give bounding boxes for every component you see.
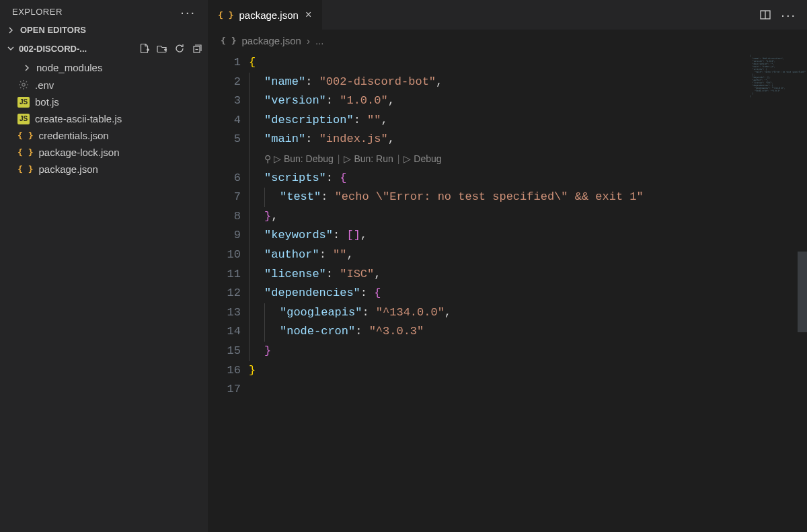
code-line[interactable]: "dependencies": { <box>249 284 746 303</box>
new-folder-icon[interactable] <box>155 42 169 55</box>
minimap-content: { "name": "002-discord-bot", "version": … <box>750 54 804 98</box>
json-file-icon: { } <box>17 130 33 141</box>
code-line[interactable]: "main": "index.js", <box>249 130 746 149</box>
code-line[interactable]: } <box>249 342 746 361</box>
json-file-icon: { } <box>17 164 33 174</box>
file-tree-item-label: credentials.json <box>38 130 108 141</box>
play-icon: ▷ <box>274 149 284 169</box>
breadcrumb-file: package.json <box>241 35 301 46</box>
line-number: 14 <box>208 322 241 342</box>
line-number: 10 <box>208 245 241 265</box>
file-tree-item[interactable]: { }package-lock.json <box>0 144 208 161</box>
line-number: 12 <box>208 284 241 303</box>
file-tree-item-label: bot.js <box>35 96 59 108</box>
js-file-icon: JS <box>17 97 30 108</box>
chevron-right-icon <box>23 64 31 72</box>
tab-label: package.json <box>239 9 298 21</box>
file-tree-item[interactable]: JScreate-ascii-table.js <box>0 110 208 127</box>
json-icon: { } <box>218 10 233 20</box>
editor-area: { } package.json × ··· { } package.json … <box>208 0 807 532</box>
file-tree-item-label: .env <box>35 79 54 91</box>
chevron-right-icon <box>7 26 16 34</box>
new-file-icon[interactable] <box>138 42 151 55</box>
code-line[interactable]: "author": "", <box>249 245 746 265</box>
code-line[interactable]: "node-cron": "^3.0.3" <box>249 322 746 342</box>
code-line[interactable]: "test": "echo \"Error: no test specified… <box>249 188 746 207</box>
open-editors-section[interactable]: OPEN EDITORS <box>0 21 208 39</box>
file-tree-item-label: create-ascii-table.js <box>35 113 122 124</box>
tab-bar: { } package.json × ··· <box>208 0 807 30</box>
code-line[interactable]: "googleapis": "^134.0.0", <box>249 303 746 323</box>
code-editor[interactable]: 1234567891011121314151617 {"name": "002-… <box>208 50 807 532</box>
file-tree-item[interactable]: { }package.json <box>0 161 208 178</box>
code-line[interactable]: }, <box>249 207 746 227</box>
code-line[interactable]: } <box>249 361 746 381</box>
line-number: 13 <box>208 303 241 323</box>
editor-more-icon[interactable]: ··· <box>781 11 796 18</box>
line-number: 11 <box>208 265 241 284</box>
collapse-all-icon[interactable] <box>190 42 204 55</box>
code-line[interactable]: { <box>249 53 746 73</box>
code-line[interactable]: "keywords": [], <box>249 226 746 245</box>
codelens-pin-icon[interactable]: ⚲ <box>264 149 271 169</box>
file-tree-item[interactable]: .env <box>0 76 208 93</box>
file-tree-item-label: node_modules <box>36 62 102 73</box>
line-number: 1 <box>208 53 241 73</box>
file-tree: node_modules.envJSbot.jsJScreate-ascii-t… <box>0 58 208 180</box>
code-line[interactable]: "version": "1.0.0", <box>249 91 746 111</box>
vertical-scrollbar[interactable] <box>798 30 807 532</box>
code-line[interactable]: "scripts": { <box>249 169 746 188</box>
codelens[interactable]: ⚲▷ Bun: Debug|▷ Bun: Run|▷ Debug <box>249 149 746 169</box>
file-tree-item[interactable]: node_modules <box>0 59 208 76</box>
code-line[interactable]: "name": "002-discord-bot", <box>249 73 746 92</box>
explorer-sidebar: EXPLORER ··· OPEN EDITORS 002-DISCORD-..… <box>0 0 208 532</box>
explorer-title: EXPLORER <box>12 7 63 17</box>
line-number: 3 <box>208 91 241 111</box>
close-tab-icon[interactable]: × <box>304 9 313 21</box>
line-number-gutter: 1234567891011121314151617 <box>208 50 249 532</box>
chevron-right-icon: › <box>307 35 310 46</box>
line-number: 4 <box>208 111 241 130</box>
breadcrumb-rest: ... <box>315 35 324 46</box>
code-line[interactable]: "license": "ISC", <box>249 265 746 284</box>
code-line[interactable] <box>249 380 746 400</box>
line-number: 7 <box>208 188 241 207</box>
js-file-icon: JS <box>17 114 30 124</box>
code-content[interactable]: {"name": "002-discord-bot","version": "1… <box>249 50 746 532</box>
file-tree-item[interactable]: JSbot.js <box>0 93 208 110</box>
json-icon: { } <box>221 36 236 46</box>
explorer-more-icon[interactable]: ··· <box>180 9 196 15</box>
codelens-item[interactable]: Bun: Debug <box>284 149 334 169</box>
codelens-item[interactable]: Debug <box>414 149 441 169</box>
line-number: 5 <box>208 130 241 149</box>
open-editors-label: OPEN EDITORS <box>20 25 86 35</box>
file-tree-item-label: package.json <box>38 163 98 175</box>
breadcrumb[interactable]: { } package.json › ... <box>208 30 807 50</box>
json-file-icon: { } <box>17 147 33 157</box>
line-number: 17 <box>208 380 241 400</box>
scrollbar-thumb[interactable] <box>798 252 807 332</box>
codelens-item[interactable]: Bun: Run <box>354 149 393 169</box>
tab-package-json[interactable]: { } package.json × <box>208 0 323 30</box>
gear-icon <box>17 79 30 91</box>
code-line[interactable]: "description": "", <box>249 111 746 130</box>
line-number: 2 <box>208 73 241 92</box>
file-tree-item-label: package-lock.json <box>38 147 119 158</box>
line-number: 6 <box>208 169 241 188</box>
split-editor-icon[interactable] <box>759 9 771 21</box>
line-number: 8 <box>208 207 241 227</box>
line-number: 15 <box>208 342 241 361</box>
file-tree-item[interactable]: { }credentials.json <box>0 127 208 144</box>
play-icon: ▷ <box>404 149 414 169</box>
line-number: 9 <box>208 226 241 245</box>
refresh-icon[interactable] <box>173 42 186 55</box>
workspace-folder-header[interactable]: 002-DISCORD-... <box>0 39 208 58</box>
chevron-down-icon <box>7 44 15 52</box>
play-icon: ▷ <box>344 149 354 169</box>
svg-point-1 <box>22 83 25 86</box>
line-number: 16 <box>208 361 241 381</box>
workspace-folder-name: 002-DISCORD-... <box>19 44 87 54</box>
